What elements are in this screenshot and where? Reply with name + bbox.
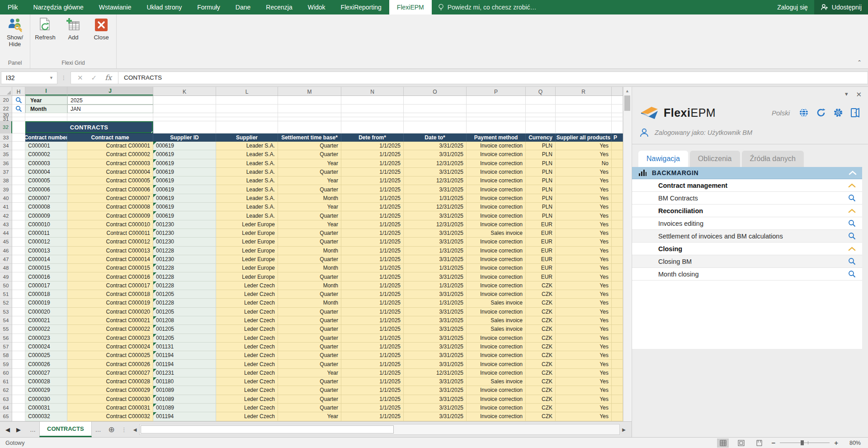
cell-r50-c1[interactable]: Contract C000017 [67,281,153,290]
cell-r44-c4[interactable]: Quarter [278,229,341,238]
cell-r63-c0[interactable]: C000030 [25,395,67,404]
cell-r52-c1[interactable]: Contract C000019 [67,299,153,307]
cell-r58-c1[interactable]: Contract C000025 [67,351,153,360]
cell-r58-c5[interactable]: 1/1/2025 [341,351,404,360]
nav-item-month-closing[interactable]: Month closing [632,268,862,281]
page-break-view-icon[interactable] [753,438,765,448]
column-header-I[interactable]: I [25,87,67,95]
cell-r60-c6[interactable]: 12/31/2025 [404,369,467,377]
scroll-left-icon[interactable]: ◀ [131,427,139,432]
cell-r41-c1[interactable]: Contract C000008 [67,203,153,211]
vertical-scrollbar[interactable]: ▲ ▼ [623,87,631,437]
cell-r38-c3[interactable]: Leader S.A. [216,176,278,185]
cell-r62-c9[interactable]: Yes [556,386,612,395]
cell-r61-c0[interactable]: C000028 [25,377,67,386]
cell-r54-c8[interactable]: CZK [526,316,556,325]
cell-r51-c6[interactable]: 3/31/2025 [404,290,467,299]
row-header-53[interactable]: 53 [0,308,12,316]
row-header-38[interactable]: 38 [0,176,12,185]
cell-r50-c9[interactable]: Yes [556,281,612,290]
column-header-O[interactable]: O [404,87,467,95]
cell-r60-c3[interactable]: Leder Czech [216,369,278,377]
cell-r45-c1[interactable]: Contract C000012 [67,238,153,246]
cell-r49-c2[interactable]: 001228 [153,272,216,281]
cell-r59-c0[interactable]: C000026 [25,360,67,368]
panel-menu-icon[interactable]: ▾ [845,91,848,99]
insert-function-icon[interactable]: fx [105,73,112,82]
collapse-ribbon-icon[interactable]: ⌃ [857,59,862,66]
cell-r43-c1[interactable]: Contract C000010 [67,220,153,229]
cell-r45-c7[interactable]: Invoice correction [467,238,526,246]
row-header-43[interactable]: 43 [0,220,12,229]
cell-r47-c1[interactable]: Contract C000014 [67,255,153,264]
cell-r52-c8[interactable]: CZK [526,299,556,307]
cell-r42-c5[interactable]: 1/1/2025 [341,211,404,220]
cell-r56-c6[interactable]: 3/31/2025 [404,334,467,343]
cell-r64-c5[interactable]: 1/1/2025 [341,404,404,412]
cell-r40-c1[interactable]: Contract C000007 [67,194,153,203]
cell-r39-c4[interactable]: Quarter [278,185,341,194]
ribbon-tab-recenzja[interactable]: Recenzja [258,0,300,14]
cell-r35-c9[interactable]: Yes [556,150,612,159]
cell-r60-c8[interactable]: CZK [526,369,556,377]
cell-r42-c8[interactable]: PLN [526,211,556,220]
ribbon-tab-narz-dzia-g-wne[interactable]: Narzędzia główne [26,0,91,14]
cell-r51-c8[interactable]: CZK [526,290,556,299]
row-header-49[interactable]: 49 [0,272,12,281]
cell-r41-c4[interactable]: Year [278,203,341,211]
magnifier-icon[interactable] [848,270,856,278]
cell-r65-c5[interactable]: 1/1/2025 [341,412,404,421]
cell-r53-c2[interactable]: 001205 [153,308,216,316]
cell-r51-c3[interactable]: Leder Czech [216,290,278,299]
cell-r48-c2[interactable]: 001228 [153,264,216,272]
cell-r63-c4[interactable]: Quarter [278,395,341,404]
cell-r55-c3[interactable]: Leder Czech [216,325,278,334]
cell-r41-c2[interactable]: 000619 [153,203,216,211]
cell-r38-c9[interactable]: Yes [556,176,612,185]
cell-r61-c1[interactable]: Contract C000028 [67,377,153,386]
cell-r60-c4[interactable]: Year [278,369,341,377]
row-header-45[interactable]: 45 [0,238,12,246]
cell-r56-c9[interactable]: Yes [556,334,612,343]
row-header-56[interactable]: 56 [0,334,12,343]
cell-r62-c3[interactable]: Leder Czech [216,386,278,395]
cell-r47-c3[interactable]: Leder Europe [216,255,278,264]
cell-r65-c9[interactable]: Yes [556,412,612,421]
cell-r61-c8[interactable]: CZK [526,377,556,386]
cell-r54-c3[interactable]: Leder Czech [216,316,278,325]
cell-r58-c8[interactable]: CZK [526,351,556,360]
panel-tab-nawigacja[interactable]: Nawigacja [638,151,688,167]
cancel-entry-icon[interactable]: ✕ [77,74,83,82]
ribbon-tab-dane[interactable]: Dane [228,0,258,14]
cell-r56-c5[interactable]: 1/1/2025 [341,334,404,343]
magnifier-icon[interactable] [848,219,856,227]
scroll-right-icon[interactable]: ▶ [620,427,628,432]
cell-r49-c3[interactable]: Leder Europe [216,272,278,281]
cell-r42-c4[interactable]: Quarter [278,211,341,220]
row-header-20[interactable]: 20 [0,96,12,105]
cell-r42-c9[interactable]: Yes [556,211,612,220]
cell-r55-c1[interactable]: Contract C000022 [67,325,153,334]
cell-r64-c1[interactable]: Contract C000031 [67,404,153,412]
row-header-41[interactable]: 41 [0,203,12,211]
column-header-M[interactable]: M [278,87,341,95]
sign-in-button[interactable]: Zaloguj się [771,0,814,14]
cell-r53-c1[interactable]: Contract C000020 [67,308,153,316]
refresh-panel-icon[interactable] [816,108,826,118]
column-header-J[interactable]: J [67,87,153,95]
cell-r41-c5[interactable]: 1/1/2025 [341,203,404,211]
column-header-L[interactable]: L [216,87,278,95]
horizontal-scrollbar[interactable]: ◀ ▶ [131,424,628,435]
cell-r54-c2[interactable]: 001208 [153,316,216,325]
cell-r37-c0[interactable]: C000004 [25,168,67,176]
cell-r45-c2[interactable]: 001230 [153,238,216,246]
cell-r55-c9[interactable]: Yes [556,325,612,334]
cell-r34-c8[interactable]: PLN [526,142,556,150]
cell-r52-c0[interactable]: C000019 [25,299,67,307]
cell-r37-c3[interactable]: Leader S.A. [216,168,278,176]
cell-r38-c5[interactable]: 1/1/2025 [341,176,404,185]
cell-r42-c7[interactable]: Invoice correction [467,211,526,220]
row-header-52[interactable]: 52 [0,299,12,307]
cell-r62-c2[interactable]: 001089 [153,386,216,395]
panel-language[interactable]: Polski [772,109,790,117]
